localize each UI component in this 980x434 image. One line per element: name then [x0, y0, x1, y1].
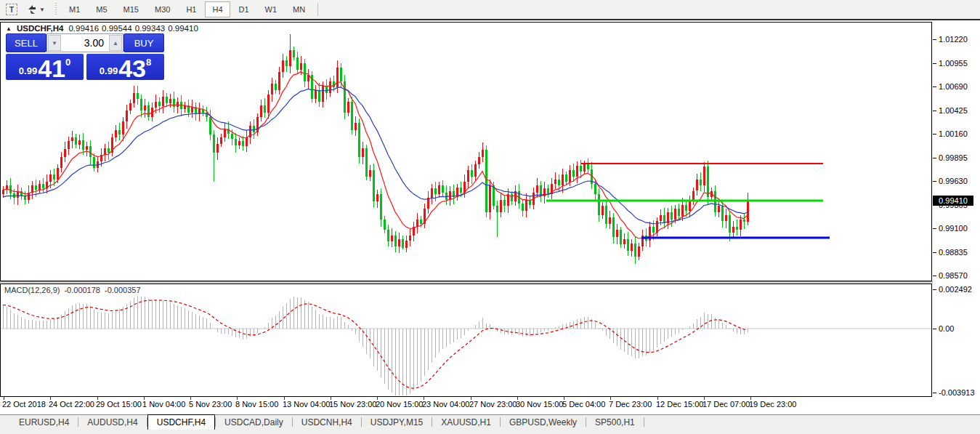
time-axis-label: 7 Dec 23:00 [609, 400, 652, 409]
time-axis-label: 13 Nov 04:00 [283, 400, 330, 409]
ohlc-open: 0.99416 [68, 24, 99, 33]
tab-gbpusd-weekly[interactable]: GBPUSD,Weekly [501, 415, 586, 430]
price-axis-label: 1.01220 [939, 35, 968, 44]
timeframe-button-m5[interactable]: M5 [89, 1, 114, 17]
volume-increase-button[interactable]: ▲ [109, 35, 122, 51]
ohlc-close: 0.99410 [168, 24, 198, 33]
price-axis-label: 1.00955 [939, 59, 968, 68]
tab-usdcnh-h4[interactable]: USDCNH,H4 [293, 415, 361, 430]
dropdown-caret-icon: ▼ [39, 7, 45, 13]
price-axis-tick [933, 63, 936, 64]
macd-axis-tick [933, 289, 936, 290]
time-axis-label: 5 Dec 04:00 [562, 400, 605, 409]
macd-indicator-label: MACD(12,26,9) -0.000178 -0.000357 [4, 286, 141, 294]
time-axis-label: 30 Nov 15:00 [516, 400, 563, 409]
price-axis-label: 0.99100 [939, 224, 968, 233]
text-label-icon[interactable]: T [4, 3, 19, 16]
time-axis[interactable]: 22 Oct 201824 Oct 22:0029 Oct 15:001 Nov… [0, 397, 980, 414]
price-axis-tick [933, 134, 936, 134]
price-axis-label: 1.00690 [939, 82, 968, 91]
toolbar-separator [317, 3, 318, 16]
sell-price-point: 0 [65, 57, 70, 68]
tab-separator [644, 417, 644, 427]
buy-price-pips: 43 [118, 58, 146, 79]
buy-price-prefix: 0.99 [100, 65, 118, 76]
volume-control: ▼ 3.00 ▲ [46, 33, 123, 52]
price-axis-label: 0.98835 [939, 248, 968, 257]
collapse-triangle-icon[interactable]: ▲ [6, 25, 12, 32]
time-axis-label: 27 Nov 23:00 [469, 400, 517, 409]
timeframe-button-h1[interactable]: H1 [179, 1, 203, 17]
timeframe-button-h4[interactable]: H4 [205, 1, 230, 17]
macd-axis-label: -0.003913 [939, 388, 975, 397]
time-axis-label: 24 Oct 22:00 [49, 400, 94, 409]
tab-audusd-h4[interactable]: AUDUSD,H4 [78, 415, 146, 430]
sell-price-prefix: 0.99 [19, 65, 37, 76]
price-axis-tick [933, 39, 936, 40]
buy-price-point: 8 [146, 57, 151, 68]
time-axis-label: 23 Nov 04:00 [422, 400, 469, 409]
tab-eurusd-h4[interactable]: EURUSD,H4 [10, 415, 78, 430]
price-axis-label: 1.00160 [939, 129, 968, 138]
ohlc-high: 0.99544 [102, 24, 132, 33]
macd-axis-tick [933, 393, 936, 393]
price-axis-tick [933, 228, 936, 229]
toolbar-grip [55, 3, 57, 16]
ohlc-low: 0.99343 [135, 24, 166, 33]
tab-usdchf-h4[interactable]: USDCHF,H4 [147, 414, 215, 430]
price-axis-tick [933, 252, 936, 253]
one-click-trade-panel: SELL ▼ 3.00 ▲ BUY 0.99 41 0 0.99 43 8 [6, 33, 164, 80]
price-axis-label: 0.98570 [939, 271, 968, 280]
timeframe-button-d1[interactable]: D1 [232, 1, 256, 17]
time-axis-label: 5 Nov 23:00 [189, 400, 232, 409]
time-axis-label: 19 Dec 23:00 [749, 400, 796, 409]
macd-axis-label: 0.00 [939, 324, 954, 333]
sell-price-pips: 41 [38, 58, 65, 79]
time-axis-label: 17 Dec 07:00 [702, 400, 750, 409]
price-axis-tick [933, 110, 936, 111]
timeframe-group: M1M5M15M30H1H4D1W1MN [61, 1, 313, 17]
price-axis-tick [933, 87, 936, 87]
chart-header: ▲ USDCHF,H4 0.99416 0.99544 0.99343 0.99… [6, 24, 198, 33]
top-toolbar: T ▼ M1M5M15M30H1H4D1W1MN [0, 0, 980, 19]
tab-usdcad-daily[interactable]: USDCAD,Daily [216, 415, 292, 430]
time-axis-label: 15 Nov 23:00 [329, 400, 376, 409]
time-axis-label: 12 Dec 15:00 [656, 400, 703, 409]
time-axis-label: 1 Nov 04:00 [142, 400, 185, 409]
timeframe-button-m1[interactable]: M1 [62, 1, 87, 17]
timeframe-button-w1[interactable]: W1 [258, 1, 285, 17]
macd-axis-tick [933, 329, 936, 329]
tab-usdjpy-m15[interactable]: USDJPY,M15 [362, 415, 432, 430]
status-strip [0, 430, 980, 434]
macd-value-signal: -0.000357 [105, 286, 141, 294]
timeframe-button-m30[interactable]: M30 [147, 1, 177, 17]
time-axis-label: 8 Nov 15:00 [235, 400, 278, 409]
arrow-markers-icon[interactable]: ▼ [23, 3, 48, 16]
time-axis-label: 22 Oct 2018 [2, 400, 46, 409]
sell-button[interactable]: SELL [6, 33, 46, 52]
price-axis-tick [933, 276, 936, 276]
timeframe-button-mn[interactable]: MN [286, 1, 312, 17]
volume-input[interactable]: 3.00 [62, 34, 108, 52]
price-axis-tick [933, 181, 936, 182]
timeframe-button-m15[interactable]: M15 [116, 1, 146, 17]
buy-button[interactable]: BUY [123, 33, 164, 52]
macd-axis-label: 0.002492 [939, 285, 972, 294]
time-axis-label: 20 Nov 15:00 [376, 400, 423, 409]
chart-symbol: USDCHF,H4 [17, 24, 64, 33]
macd-name: MACD(12,26,9) [4, 286, 60, 294]
volume-decrease-button[interactable]: ▼ [48, 35, 61, 51]
macd-value-main: -0.000178 [64, 286, 100, 294]
price-axis-label: 1.00425 [939, 106, 968, 115]
symbol-tab-bar: EURUSD,H4AUDUSD,H4USDCHF,H4USDCAD,DailyU… [0, 414, 980, 430]
sell-quote-panel[interactable]: 0.99 41 0 [6, 54, 84, 80]
price-axis[interactable]: 1.012201.009551.006901.004251.001600.998… [933, 20, 980, 414]
macd-pane[interactable] [0, 284, 932, 397]
price-axis-tick [933, 158, 936, 158]
price-axis-label: 0.99895 [939, 153, 968, 162]
buy-quote-panel[interactable]: 0.99 43 8 [86, 54, 164, 80]
current-price-tag: 0.99410 [933, 196, 973, 206]
price-axis-label: 0.99630 [939, 177, 968, 185]
tab-sp500-h1[interactable]: SP500,H1 [586, 415, 644, 430]
tab-xauusd-h1[interactable]: XAUUSD,H1 [432, 415, 500, 430]
